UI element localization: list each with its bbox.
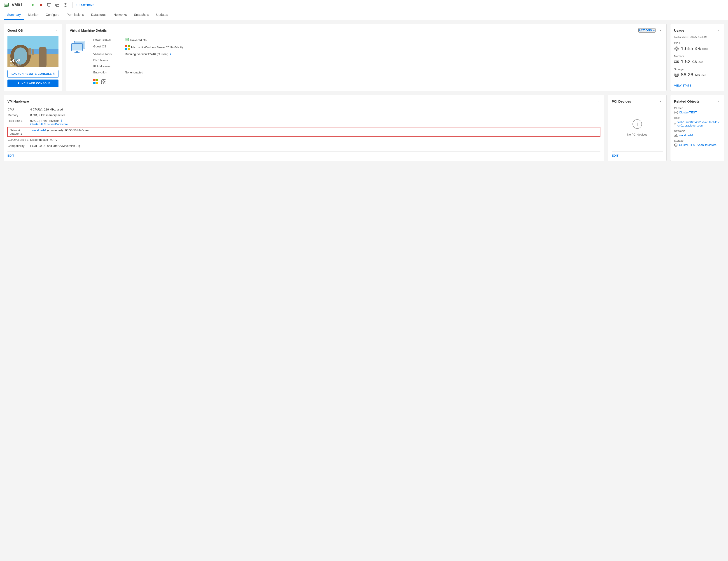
usage-last-updated: Last updated: 2/4/25, 5:46 AM [674, 36, 721, 38]
actions-menu-button[interactable]: ACTIONS [76, 3, 95, 7]
power-off-button[interactable] [38, 2, 44, 8]
vm-hardware-menu-icon[interactable]: ⋮ [596, 98, 600, 104]
hard-disk-datastore-link[interactable]: Cluster-TEST-vsanDatastore [30, 122, 68, 126]
network-link[interactable]: workload-1 [32, 128, 47, 132]
tab-networks[interactable]: Networks [110, 10, 130, 20]
pci-devices-edit-link[interactable]: EDIT [612, 154, 618, 157]
memory-usage-section: Memory 1.52 GB used [674, 55, 721, 65]
network-hw-label: Network adapter 1 [8, 127, 30, 137]
svg-rect-31 [74, 52, 80, 53]
network-hw-value: workload-1 (connected) | 00:50:56:b9:6c:… [30, 127, 600, 137]
vm-hardware-card: VM Hardware ⋮ CPU 4 CPU(s), 219 MHz used… [4, 95, 604, 161]
table-row: CD/DVD drive 1 Disconnected [8, 137, 600, 143]
cpu-hw-label: CPU [8, 107, 30, 112]
vm-hardware-title: VM Hardware [7, 99, 29, 103]
bottom-row: VM Hardware ⋮ CPU 4 CPU(s), 219 MHz used… [4, 95, 724, 161]
app-header: VM01 ACTIONS [0, 0, 728, 10]
vm-hardware-edit-link[interactable]: EDIT [7, 154, 14, 157]
cpu-usage-number: 1.655 [681, 46, 693, 51]
pci-info-icon [632, 119, 642, 131]
network-icon [674, 134, 678, 137]
launch-remote-console-button[interactable]: LAUNCH REMOTE CONSOLE ℹ [7, 70, 58, 78]
related-cluster-section: Cluster Cluster-TEST [674, 107, 721, 114]
pci-devices-header: PCI Devices ⋮ [612, 98, 663, 104]
related-host-link[interactable]: test-1.sub02040017540.tech11vcn01.oracle… [674, 120, 721, 127]
svg-marker-5 [32, 4, 34, 6]
launch-web-console-button[interactable]: LAUNCH WEB CONSOLE [7, 79, 58, 87]
cpu-usage-unit: GHz used [695, 47, 708, 50]
hard-disk-info-icon[interactable]: ℹ [61, 119, 62, 122]
vm-hardware-header: VM Hardware ⋮ [7, 98, 600, 104]
vm-details-title: Virtual Machine Details [70, 28, 107, 32]
tab-monitor[interactable]: Monitor [24, 10, 42, 20]
vmware-tools-info-icon[interactable]: ℹ [170, 52, 171, 56]
guest-os-title: Guest OS [7, 28, 23, 32]
svg-point-73 [677, 113, 677, 113]
vm-details-card: Virtual Machine Details ACTIONS ⋮ [66, 24, 667, 91]
dropdown-icon[interactable] [55, 139, 58, 141]
vm-details-header: Virtual Machine Details ACTIONS ⋮ [70, 28, 663, 33]
storage-usage-value: 86.26 MB used [674, 72, 721, 78]
vm-hardware-footer: EDIT [7, 151, 600, 157]
guest-os-value: Microsoft Windows Server 2019 (64-bit) [125, 43, 663, 51]
related-cluster-link[interactable]: Cluster-TEST [674, 111, 721, 114]
pci-devices-menu-icon[interactable]: ⋮ [658, 98, 663, 104]
view-stats-link[interactable]: VIEW STATS [674, 81, 721, 87]
cluster-icon [674, 111, 678, 114]
schedule-button[interactable] [62, 2, 69, 8]
info-icon: ℹ [53, 72, 55, 76]
tab-summary[interactable]: Summary [4, 10, 24, 20]
cpu-icon [674, 46, 679, 51]
svg-rect-55 [675, 61, 675, 62]
vm-details-grid: Power Status Powered On Guest OS Microso… [93, 37, 663, 75]
vm-details-menu-icon[interactable]: ⋮ [658, 28, 663, 33]
usage-menu-icon[interactable]: ⋮ [716, 28, 721, 33]
windows-logo-bottom [93, 79, 98, 84]
svg-point-66 [53, 140, 54, 141]
cddvd-hw-label: CD/DVD drive 1 [8, 137, 30, 143]
tab-permissions[interactable]: Permissions [63, 10, 87, 20]
vm-details-actions-label: ACTIONS [639, 29, 652, 32]
memory-usage-value: 1.52 GB used [674, 59, 721, 65]
memory-hw-value: 8 GB, 2 GB memory active [30, 112, 600, 118]
guest-screenshot: 14:50 2月4日 (火) [7, 36, 58, 67]
main-content: Guest OS ⋮ [0, 20, 728, 165]
related-objects-card: Related Objects ⋮ Cluster Cluster-TEST H… [670, 95, 724, 161]
vmware-tools-value: Running, version:12416 (Current) ℹ [125, 51, 663, 57]
pci-devices-footer: EDIT [612, 151, 663, 157]
snapshot-button[interactable] [54, 2, 61, 8]
guest-os-menu-icon[interactable]: ⋮ [54, 28, 58, 33]
related-storage-link[interactable]: Cluster-TEST-vsanDatastore [674, 143, 721, 147]
power-on-button[interactable] [30, 2, 36, 8]
tab-configure[interactable]: Configure [42, 10, 63, 20]
tab-updates[interactable]: Updates [153, 10, 172, 20]
svg-rect-56 [676, 61, 676, 62]
vm-details-actions-button[interactable]: ACTIONS [638, 28, 656, 33]
tab-snapshots[interactable]: Snapshots [131, 10, 153, 20]
svg-rect-6 [40, 4, 42, 6]
related-objects-title: Related Objects [674, 99, 700, 103]
pci-devices-title: PCI Devices [612, 99, 631, 103]
svg-point-72 [677, 111, 677, 112]
svg-rect-78 [675, 134, 677, 135]
storage-usage-label: Storage [674, 68, 721, 71]
vm-graphic-svg [70, 38, 88, 56]
related-objects-menu-icon[interactable]: ⋮ [716, 98, 721, 104]
svg-point-61 [675, 73, 678, 75]
cddvd-icon [50, 138, 54, 142]
related-networks-link[interactable]: workload-1 [674, 133, 721, 137]
power-status-text: Powered On [130, 38, 147, 42]
hard-disk-hw-value: 90 GB | Thin Provision ℹ Cluster-TEST-vs… [30, 118, 600, 127]
dns-name-label: DNS Name [93, 57, 125, 63]
launch-web-console-label: LAUNCH WEB CONSOLE [16, 82, 50, 85]
encryption-label: Encryption [93, 69, 125, 75]
svg-line-14 [65, 5, 66, 5]
cddvd-hw-value: Disconnected [30, 137, 600, 143]
svg-rect-80 [676, 136, 677, 137]
tab-datastores[interactable]: Datastores [88, 10, 110, 20]
nav-tabs: Summary Monitor Configure Permissions Da… [0, 10, 728, 20]
vmware-tools-text: Running, version:12416 (Current) [125, 52, 168, 56]
console-button[interactable] [46, 2, 52, 8]
memory-usage-number: 1.52 [681, 59, 691, 65]
related-cluster-value: Cluster-TEST [679, 111, 697, 114]
